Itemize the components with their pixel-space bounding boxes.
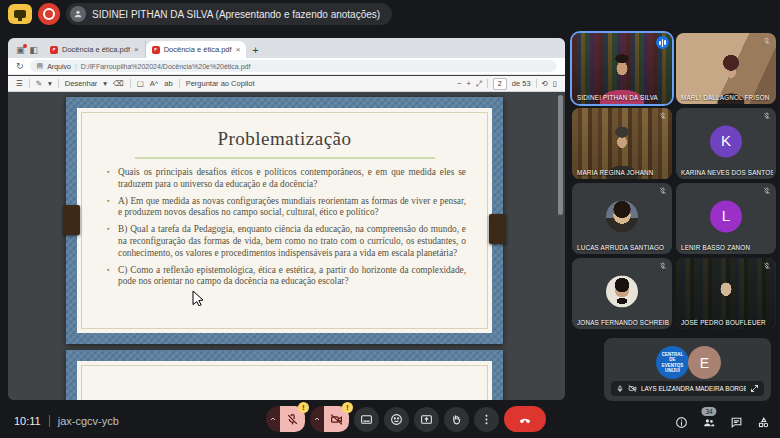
avatar-initial: E bbox=[688, 346, 721, 379]
meeting-panels: 34 bbox=[675, 416, 770, 429]
slide-page-3-partial bbox=[66, 350, 503, 400]
tab-title: Docência e ética.pdf bbox=[62, 45, 130, 54]
camera-off-icon bbox=[628, 384, 637, 393]
participant-tile-marli[interactable]: MARLI DALLAGNOL FRISON bbox=[676, 33, 776, 104]
draw-button[interactable]: Desenhar bbox=[65, 79, 98, 88]
mic-options-chevron[interactable] bbox=[266, 406, 280, 432]
tab-close-icon[interactable]: × bbox=[236, 45, 241, 54]
mic-control[interactable]: ! bbox=[266, 406, 305, 432]
participant-tile-jose[interactable]: JOSÉ PEDRO BOUFLEUER bbox=[676, 258, 776, 329]
rotate-icon[interactable]: ⟲ bbox=[542, 79, 548, 88]
slide-paper bbox=[77, 361, 492, 400]
select-icon[interactable]: ▢ bbox=[137, 79, 144, 88]
participant-name: KARINA NEVES DOS SANTOS bbox=[681, 169, 773, 176]
pen-caret-icon[interactable]: ▾ bbox=[48, 79, 52, 88]
pdf-favicon: P bbox=[50, 46, 58, 54]
participant-name: LENIR BASSO ZANON bbox=[681, 244, 750, 251]
fit-page-icon[interactable]: ⤢ bbox=[476, 79, 482, 89]
record-icon bbox=[43, 8, 55, 20]
participant-tile-lenir[interactable]: L LENIR BASSO ZANON bbox=[676, 183, 776, 254]
zoom-out-button[interactable]: − bbox=[457, 79, 461, 88]
reactions-button[interactable] bbox=[384, 407, 409, 432]
browser-tab-active[interactable]: P Docência e ética.pdf × bbox=[146, 41, 247, 58]
pdf-scrollbar[interactable] bbox=[558, 95, 563, 398]
find-text-button[interactable]: ab bbox=[164, 79, 172, 88]
info-button[interactable] bbox=[675, 416, 688, 429]
participant-tile-karina[interactable]: K KARINA NEVES DOS SANTOS bbox=[676, 108, 776, 179]
draw-caret-icon[interactable]: ▾ bbox=[103, 79, 107, 88]
present-screen-button[interactable] bbox=[414, 407, 439, 432]
browser-window-icons: ▣ ◧ bbox=[8, 46, 44, 58]
people-button[interactable]: 34 bbox=[702, 416, 716, 429]
divider bbox=[179, 79, 180, 88]
participant-count-badge: 34 bbox=[701, 407, 716, 416]
org-logo: CENTRAL DE EVENTOS UNIJUÍ bbox=[656, 346, 689, 379]
participant-name: SIDINEI PITHAN DA SILVA bbox=[577, 94, 658, 101]
camera-warning-badge: ! bbox=[342, 402, 353, 413]
mouse-cursor bbox=[192, 290, 204, 306]
participant-name-bar: LAYS ELIZANDRA MADEIRA BORGES bbox=[611, 381, 764, 396]
participant-name: LUCAS ARRUDA SANTIAGO bbox=[577, 244, 664, 251]
pdf-favicon: P bbox=[152, 46, 160, 54]
eraser-icon[interactable]: ⌫ bbox=[113, 79, 124, 88]
participant-name: JONAS FERNANDO SCHREIBER bbox=[577, 319, 669, 326]
new-tab-button[interactable]: + bbox=[252, 45, 258, 56]
tab-close-icon[interactable]: × bbox=[134, 45, 139, 54]
participant-tile-sidinei[interactable]: SIDINEI PITHAN DA SILVA bbox=[572, 33, 672, 104]
meet-bottom-bar: 10:11 jax-cgcv-ycb ! ! bbox=[0, 400, 780, 438]
camera-options-chevron[interactable] bbox=[310, 406, 324, 432]
pdf-viewport[interactable]: Problematização Quais os principais desa… bbox=[8, 93, 565, 400]
participant-name: MARLI DALLAGNOL FRISON bbox=[681, 94, 770, 101]
screen-share-icon bbox=[14, 10, 26, 18]
mic-off-icon bbox=[763, 187, 771, 195]
activities-button[interactable] bbox=[757, 416, 770, 429]
page-number-input[interactable]: 2 bbox=[493, 78, 507, 90]
address-bar[interactable]: ▤ Arquivo | D:/IFFarroupilha%202024/Docê… bbox=[30, 60, 557, 72]
document-icon: ▤ bbox=[37, 62, 44, 70]
participant-tile-lucas[interactable]: LUCAS ARRUDA SANTIAGO bbox=[572, 183, 672, 254]
audio-level-indicator bbox=[656, 36, 669, 49]
slide-bullet: B) Qual a tarefa da Pedagogia, enquanto … bbox=[107, 224, 466, 259]
slide-bullet-list: Quais os principais desafios éticos e po… bbox=[107, 167, 466, 288]
toc-icon[interactable]: ☰ bbox=[16, 79, 23, 88]
slide-bullet: C) Como a reflexão epistemológica, ética… bbox=[107, 265, 466, 289]
captions-button[interactable] bbox=[354, 407, 379, 432]
participant-tile-maria[interactable]: MARIA REGINA JOHANN bbox=[572, 108, 672, 179]
mic-off-icon bbox=[763, 37, 771, 45]
mic-off-icon bbox=[659, 187, 667, 195]
end-call-button[interactable] bbox=[504, 406, 546, 432]
browser-tab-inactive[interactable]: P Docência e ética.pdf × bbox=[44, 41, 146, 58]
browser-nav-bar: ↻ ▤ Arquivo | D:/IFFarroupilha%202024/Do… bbox=[8, 58, 565, 75]
presenting-indicator[interactable] bbox=[8, 4, 32, 24]
address-path: D:/IFFarroupilha%202024/Docência%20e%20é… bbox=[81, 63, 251, 70]
meeting-code-label: jax-cgcv-ycb bbox=[58, 415, 119, 427]
participant-tile-jonas[interactable]: JONAS FERNANDO SCHREIBER bbox=[572, 258, 672, 329]
shared-screen: ▣ ◧ P Docência e ética.pdf × P Docência … bbox=[8, 38, 565, 400]
pdf-toolbar: ☰ ✎ ▾ Desenhar ▾ ⌫ ▢ A^ ab Perguntar ao … bbox=[8, 76, 565, 92]
read-aloud-button[interactable]: A^ bbox=[150, 79, 159, 88]
mic-off-icon bbox=[659, 112, 667, 120]
address-divider: | bbox=[75, 63, 77, 70]
expand-tile-icon[interactable] bbox=[750, 384, 759, 393]
raise-hand-button[interactable] bbox=[444, 407, 469, 432]
scrollbar-thumb[interactable] bbox=[558, 95, 563, 215]
sidebar-toggle-icon[interactable]: ▯ bbox=[553, 79, 557, 88]
meeting-info: 10:11 jax-cgcv-ycb bbox=[14, 415, 119, 427]
camera-control[interactable]: ! bbox=[310, 406, 349, 432]
recording-indicator[interactable] bbox=[38, 3, 60, 25]
presenter-pill[interactable]: SIDINEI PITHAN DA SILVA (Apresentando e … bbox=[66, 3, 392, 25]
chat-button[interactable] bbox=[730, 416, 743, 429]
slide-title: Problematização bbox=[77, 108, 492, 150]
browser-tab-strip: ▣ ◧ P Docência e ética.pdf × P Docência … bbox=[8, 38, 565, 58]
zoom-in-button[interactable]: + bbox=[466, 79, 470, 88]
refresh-icon[interactable]: ↻ bbox=[16, 61, 24, 71]
participant-tile-lays[interactable]: CENTRAL DE EVENTOS UNIJUÍ E LAYS ELIZAND… bbox=[604, 338, 771, 401]
person-icon bbox=[73, 9, 83, 19]
divider bbox=[130, 79, 131, 88]
split-screen-icon[interactable]: ◧ bbox=[30, 46, 39, 55]
slide-title-rule bbox=[135, 157, 435, 159]
copilot-button[interactable]: Perguntar ao Copilot bbox=[186, 79, 255, 88]
workspace-icon[interactable]: ▣ bbox=[16, 46, 25, 55]
pen-icon[interactable]: ✎ bbox=[36, 79, 42, 88]
more-options-button[interactable] bbox=[474, 407, 499, 432]
